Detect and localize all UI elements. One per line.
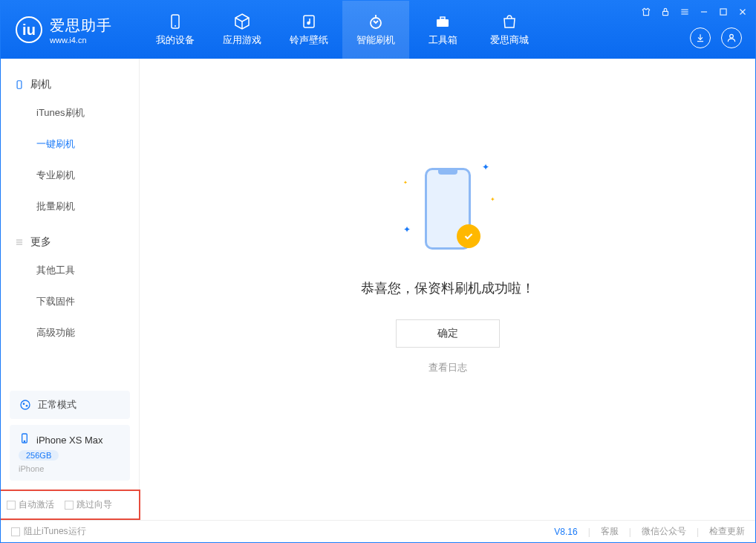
checkbox-label: 跳过向导 (76, 498, 112, 511)
sparkle-icon: ✦ (482, 162, 489, 172)
shirt-icon[interactable] (641, 7, 651, 17)
svg-point-16 (730, 34, 734, 38)
footer: 阻止iTunes运行 V8.16 | 客服 | 微信公众号 | 检查更新 (1, 520, 755, 542)
body-area: 刷机 iTunes刷机 一键刷机 专业刷机 批量刷机 更多 其他工具 下载固件 … (1, 59, 755, 520)
sparkle-icon: ✦ (403, 224, 411, 235)
footer-link-wechat[interactable]: 微信公众号 (642, 525, 686, 538)
checkbox-icon (11, 527, 20, 536)
device-icon (166, 13, 184, 30)
sparkle-icon: ✦ (403, 180, 408, 186)
close-icon[interactable] (737, 7, 748, 17)
lock-icon[interactable] (660, 7, 671, 17)
svg-point-3 (307, 22, 310, 25)
sidebar-item-batch-flash[interactable]: 批量刷机 (1, 191, 139, 222)
confirm-button[interactable]: 确定 (396, 319, 500, 348)
footer-right: V8.16 | 客服 | 微信公众号 | 检查更新 (554, 525, 745, 538)
tab-toolbox[interactable]: 工具箱 (409, 1, 476, 59)
sidebar-group-more: 更多 (1, 230, 139, 255)
mode-status-icon (19, 398, 32, 412)
refresh-icon (367, 13, 385, 30)
tab-label: 应用游戏 (223, 33, 261, 47)
sidebar-item-oneclick-flash[interactable]: 一键刷机 (1, 129, 139, 160)
cube-icon (233, 13, 251, 30)
tab-apps-games[interactable]: 应用游戏 (209, 1, 276, 59)
user-icon[interactable] (721, 27, 742, 48)
svg-point-25 (24, 440, 25, 441)
main-content: ✦ ✦ ✦ ✦ 恭喜您，保资料刷机成功啦！ 确定 查看日志 (140, 59, 755, 520)
divider: | (588, 527, 590, 537)
device-phone-icon (19, 432, 30, 447)
svg-rect-5 (437, 19, 449, 27)
maximize-icon[interactable] (718, 7, 729, 17)
sidebar-item-advanced[interactable]: 高级功能 (1, 317, 139, 348)
checkbox-auto-activate[interactable]: 自动激活 (7, 498, 54, 511)
highlighted-options-row: 自动激活 跳过向导 (0, 490, 140, 520)
header-actions (690, 27, 742, 48)
app-header: iu 爱思助手 www.i4.cn 我的设备 应用游戏 铃声壁纸 智能刷机 工具… (1, 1, 755, 59)
nav-tabs: 我的设备 应用游戏 铃声壁纸 智能刷机 工具箱 爱思商城 (142, 1, 543, 59)
sidebar-item-itunes-flash[interactable]: iTunes刷机 (1, 97, 139, 129)
app-logo-icon: iu (16, 16, 42, 43)
mode-label: 正常模式 (38, 398, 76, 412)
checkbox-block-itunes[interactable]: 阻止iTunes运行 (11, 525, 86, 538)
svg-point-22 (23, 403, 25, 405)
device-section: 正常模式 iPhone XS Max 256GB iPhone (1, 382, 139, 490)
version-label: V8.16 (554, 527, 577, 537)
divider: | (697, 527, 699, 537)
view-log-link[interactable]: 查看日志 (428, 361, 467, 374)
checkbox-label: 自动激活 (19, 498, 54, 511)
tab-store[interactable]: 爱思商城 (476, 1, 543, 59)
logo-area: iu 爱思助手 www.i4.cn (1, 16, 127, 45)
success-message: 恭喜您，保资料刷机成功啦！ (361, 279, 535, 297)
list-icon (14, 237, 25, 247)
sidebar-item-other-tools[interactable]: 其他工具 (1, 255, 139, 286)
music-note-icon (300, 13, 318, 30)
shopping-bag-icon (501, 13, 518, 30)
sidebar-group-title: 刷机 (30, 78, 51, 91)
checkbox-skip-wizard[interactable]: 跳过向导 (65, 498, 112, 511)
sparkle-icon: ✦ (490, 196, 495, 203)
sidebar-group-title: 更多 (30, 235, 51, 249)
checkbox-label: 阻止iTunes运行 (24, 525, 86, 538)
svg-point-1 (175, 25, 176, 27)
tab-label: 智能刷机 (356, 33, 395, 47)
menu-icon[interactable] (680, 7, 690, 17)
divider: | (629, 527, 631, 537)
svg-rect-7 (663, 11, 668, 15)
svg-rect-17 (17, 81, 22, 89)
checkbox-icon (65, 501, 74, 510)
success-illustration: ✦ ✦ ✦ ✦ (411, 160, 485, 257)
device-type: iPhone (19, 464, 121, 473)
tab-label: 爱思商城 (490, 33, 529, 47)
toolbox-icon (434, 13, 452, 30)
sidebar-item-download-firmware[interactable]: 下载固件 (1, 286, 139, 317)
tab-label: 铃声壁纸 (290, 33, 328, 47)
sidebar-item-pro-flash[interactable]: 专业刷机 (1, 160, 139, 191)
tab-ringtone-wallpaper[interactable]: 铃声壁纸 (276, 1, 342, 59)
app-title: 爱思助手 (50, 16, 112, 36)
device-mode-box[interactable]: 正常模式 (10, 391, 130, 419)
svg-point-21 (21, 400, 30, 409)
sidebar-group-flash: 刷机 (1, 72, 139, 97)
window-controls (641, 7, 748, 17)
checkbox-icon (7, 501, 16, 510)
svg-rect-6 (440, 17, 445, 19)
download-icon[interactable] (690, 27, 711, 48)
device-name: iPhone XS Max (36, 435, 103, 446)
app-url: www.i4.cn (50, 36, 112, 45)
tab-label: 工具箱 (428, 33, 457, 47)
footer-link-support[interactable]: 客服 (601, 525, 619, 538)
svg-rect-12 (720, 9, 726, 15)
svg-point-23 (26, 405, 28, 407)
minimize-icon[interactable] (699, 7, 709, 17)
tab-smart-flash[interactable]: 智能刷机 (342, 1, 409, 59)
tab-my-device[interactable]: 我的设备 (142, 1, 209, 59)
sidebar: 刷机 iTunes刷机 一键刷机 专业刷机 批量刷机 更多 其他工具 下载固件 … (1, 59, 140, 520)
device-storage-badge: 256GB (19, 450, 59, 461)
footer-link-update[interactable]: 检查更新 (709, 525, 745, 538)
device-info-box[interactable]: iPhone XS Max 256GB iPhone (10, 425, 130, 481)
checkmark-badge-icon (457, 224, 480, 248)
tab-label: 我的设备 (156, 33, 195, 47)
phone-icon (14, 79, 25, 90)
